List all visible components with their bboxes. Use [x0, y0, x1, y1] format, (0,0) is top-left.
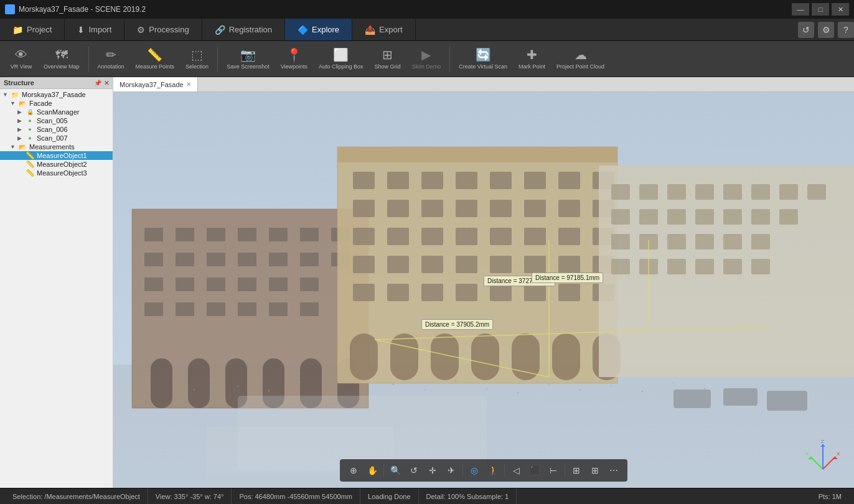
project-point-cloud-label: Project Point Cloud [556, 63, 604, 70]
tree-item-scan007[interactable]: ▶ ● Scan_007 [0, 134, 113, 142]
explore-icon: 🔷 [298, 25, 308, 35]
measure-points-tool[interactable]: 📏 Measure Points [131, 44, 180, 75]
tree-item-measurements[interactable]: ▼ 📂 Measurements [0, 142, 113, 151]
tree-item-scan005[interactable]: ▶ ● Scan_005 [0, 116, 113, 125]
overview-map-tool[interactable]: 🗺 Overview Map [39, 44, 85, 75]
tab-processing-label: Processing [149, 25, 189, 34]
svg-rect-19 [176, 278, 194, 291]
project-point-cloud-tool[interactable]: ☁ Project Point Cloud [551, 44, 609, 75]
measure2-tree-icon: 📏 [25, 161, 35, 168]
svg-rect-64 [387, 256, 409, 273]
close-structure-icon[interactable]: ✕ [104, 80, 109, 86]
svg-point-135 [642, 391, 644, 393]
create-virtual-scan-tool[interactable]: 🔄 Create Virtual Scan [454, 44, 512, 75]
svg-rect-53 [558, 200, 580, 217]
svg-rect-56 [387, 228, 409, 245]
tree-item-facade[interactable]: ▼ 📂 Facade [0, 99, 113, 108]
bottom-tool-grid2[interactable]: ⊞ [568, 462, 585, 479]
tree-item-measureobj1[interactable]: 📏 MeasureObject1 [0, 151, 113, 160]
svg-point-121 [212, 380, 214, 381]
tab-import[interactable]: ⬇ Import [65, 19, 124, 40]
bottom-tool-walk[interactable]: 🚶 [484, 462, 502, 479]
help-button[interactable]: ? [838, 22, 854, 38]
bottom-tool-layout[interactable]: ⊞ [586, 462, 604, 479]
tree-item-scanmanager[interactable]: ▶ 🔒 ScanManager [0, 108, 113, 116]
svg-rect-44 [524, 172, 546, 189]
tab-explore[interactable]: 🔷 Explore [285, 19, 352, 40]
selection-tool[interactable]: ⬚ Selection [181, 44, 214, 75]
tab-project-label: Project [27, 25, 52, 34]
expand-scan006: ▶ [17, 126, 25, 133]
tree-item-morskaya[interactable]: ▼ 📁 Morskaya37_Fasade [0, 90, 113, 99]
svg-rect-104 [667, 234, 686, 250]
expand-measurements: ▼ [10, 144, 17, 150]
svg-rect-52 [524, 200, 546, 217]
svg-rect-24 [144, 302, 163, 316]
pointcloud-view[interactable]: Distance = 37277.7mm Distance = 37905.2m… [113, 92, 854, 488]
settings-button[interactable]: ⚙ [818, 22, 834, 38]
vr-view-tool[interactable]: 👁 VR View [5, 44, 37, 75]
expand-scanmanager: ▶ [17, 109, 25, 115]
mark-point-tool[interactable]: ✚ Mark Point [514, 44, 550, 75]
auto-clipping-box-tool[interactable]: ⬜ Auto Clipping Box [314, 44, 368, 75]
overview-map-icon: 🗺 [55, 48, 68, 62]
bottom-tool-fly[interactable]: ✈ [443, 462, 460, 479]
svg-rect-96 [639, 209, 658, 225]
tab-processing[interactable]: ⚙ Processing [124, 19, 202, 40]
bottom-tool-pan[interactable]: ✛ [424, 462, 441, 479]
tree-item-scan006[interactable]: ▶ ● Scan_006 [0, 125, 113, 134]
bottom-tool-measure2[interactable]: ◁ [507, 462, 525, 479]
viewport-tab-label: Morskaya37_Fasade [120, 81, 184, 88]
svg-rect-61 [558, 228, 580, 245]
bottom-tool-slice[interactable]: ⬛ [526, 462, 543, 479]
pin-icon[interactable]: 📌 [94, 80, 101, 86]
tree-item-measureobj3[interactable]: 📏 MeasureObject3 [0, 169, 113, 177]
viewport-tab-close[interactable]: ✕ [186, 81, 191, 88]
bottom-tool-more[interactable]: ⋯ [605, 462, 622, 479]
bottom-tool-rotate[interactable]: ↺ [405, 462, 423, 479]
svg-point-132 [548, 384, 550, 385]
bottom-tool-target[interactable]: ⊕ [345, 462, 362, 479]
svg-point-123 [268, 390, 270, 392]
show-grid-tool[interactable]: ⊞ Show Grid [370, 44, 406, 75]
save-screenshot-tool[interactable]: 📷 Save Screenshot [222, 44, 274, 75]
svg-rect-63 [353, 256, 375, 273]
svg-rect-79 [350, 334, 378, 380]
svg-rect-67 [490, 256, 512, 273]
svg-rect-140 [723, 388, 758, 406]
svg-rect-72 [387, 284, 409, 301]
annotation-icon: ✏ [106, 47, 116, 62]
scan005-label: Scan_005 [37, 117, 110, 124]
status-view: View: 335° -35° w: 74° [148, 488, 232, 504]
bottom-sep-1 [383, 464, 384, 477]
svg-point-137 [704, 388, 706, 390]
svg-rect-91 [723, 184, 742, 200]
viewport[interactable]: Morskaya37_Fasade ✕ [113, 77, 854, 488]
tree-item-measureobj2[interactable]: 📏 MeasureObject2 [0, 160, 113, 169]
bottom-tool-zoom[interactable]: 🔍 [387, 462, 404, 479]
measure-points-icon: 📏 [147, 47, 162, 62]
bottom-tool-hand[interactable]: ✋ [364, 462, 381, 479]
svg-rect-113 [751, 259, 770, 274]
close-button[interactable]: ✕ [832, 3, 849, 16]
refresh-button[interactable]: ↺ [798, 22, 814, 38]
minimize-button[interactable]: — [792, 3, 809, 16]
bottom-sep-3 [504, 464, 505, 477]
status-loading: Loading Done [360, 488, 419, 504]
nav-tabs: 📁 Project ⬇ Import ⚙ Processing 🔗 Regist… [0, 19, 854, 41]
bottom-tool-ruler[interactable]: ⊢ [545, 462, 562, 479]
bottom-tool-orbit[interactable]: ◎ [466, 462, 483, 479]
svg-point-124 [299, 381, 301, 383]
skim-demo-tool[interactable]: ▶ Skim Demo [407, 44, 446, 75]
structure-header-controls: 📌 ✕ [94, 80, 109, 86]
tab-export[interactable]: 📤 Export [352, 19, 416, 40]
svg-rect-89 [667, 184, 686, 200]
tab-registration[interactable]: 🔗 Registration [202, 19, 285, 40]
tab-project[interactable]: 📁 Project [0, 19, 65, 40]
maximize-button[interactable]: □ [812, 3, 829, 16]
viewpoints-tool[interactable]: 📍 Viewpoints [276, 44, 312, 75]
import-icon: ⬇ [77, 25, 85, 35]
measure3-tree-icon: 📏 [25, 169, 35, 177]
viewport-tab-main[interactable]: Morskaya37_Fasade ✕ [113, 77, 198, 91]
annotation-tool[interactable]: ✏ Annotation [93, 44, 129, 75]
